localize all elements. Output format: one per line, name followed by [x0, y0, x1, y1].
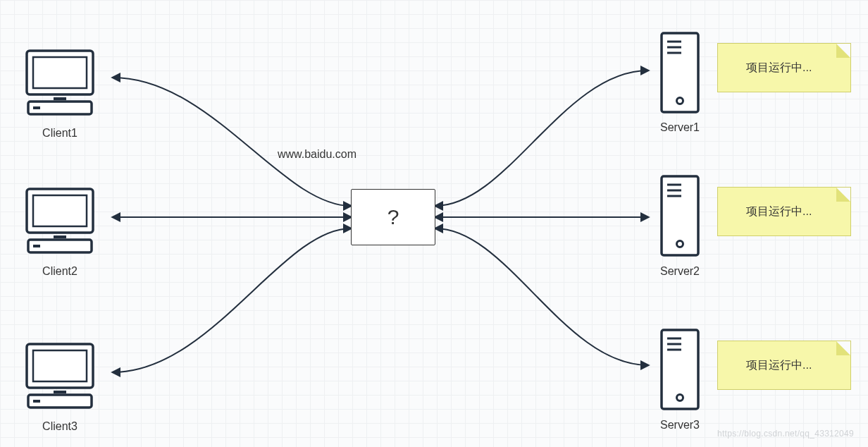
url-label: www.baidu.com [247, 148, 388, 161]
note-text: 项目运行中... [746, 61, 812, 75]
server-label: Server1 [648, 121, 712, 134]
client-label: Client1 [21, 127, 99, 140]
client-label: Client3 [21, 420, 99, 433]
client-icon [21, 44, 99, 124]
arrow-center-server3 [435, 228, 648, 365]
svg-rect-3 [33, 106, 40, 109]
server-label: Server2 [648, 265, 712, 278]
arrow-center-client1 [113, 78, 351, 206]
server-icon [659, 30, 701, 118]
note: 项目运行中... [717, 187, 851, 236]
server-icon [659, 327, 701, 415]
arrow-center-client3 [113, 228, 351, 372]
note: 项目运行中... [717, 43, 851, 92]
svg-rect-11 [33, 350, 87, 381]
svg-rect-6 [33, 195, 87, 226]
client-icon [21, 337, 99, 417]
svg-point-19 [677, 98, 683, 104]
svg-point-29 [677, 395, 683, 401]
note-text: 项目运行中... [746, 204, 812, 219]
svg-rect-8 [33, 245, 40, 247]
client-label: Client2 [21, 265, 99, 278]
arrow-center-server1 [435, 71, 648, 206]
note: 项目运行中... [717, 341, 851, 390]
svg-rect-13 [33, 400, 40, 403]
center-text: ? [388, 205, 399, 229]
note-text: 项目运行中... [746, 358, 812, 373]
server-icon [659, 173, 701, 261]
server-label: Server3 [648, 419, 712, 431]
client-icon [21, 182, 99, 262]
svg-rect-1 [33, 57, 87, 88]
center-box: ? [351, 189, 435, 245]
svg-point-24 [677, 241, 683, 247]
watermark: https://blog.csdn.net/qq_43312049 [717, 429, 854, 439]
